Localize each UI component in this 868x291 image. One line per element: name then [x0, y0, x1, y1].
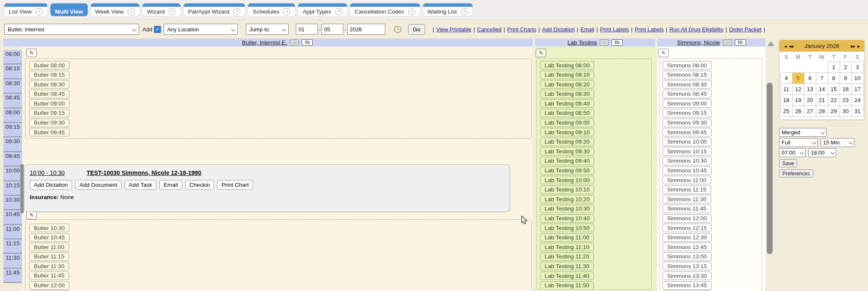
provider-column-link[interactable]: Lab Testing: [568, 39, 597, 46]
calendar-day-21[interactable]: 21: [816, 95, 828, 106]
open-in-new-icon[interactable]: ↗: [283, 8, 290, 15]
toolbar-link[interactable]: Cancelled: [477, 26, 502, 33]
toolbar-link[interactable]: Email: [580, 26, 594, 33]
open-slot-button[interactable]: Butler 11:00: [29, 243, 69, 251]
open-slot-button[interactable]: Simmons 10:30: [662, 157, 712, 165]
calendar-day-4[interactable]: 4: [780, 73, 792, 84]
open-slot-button[interactable]: Lab Testing 11:10: [540, 243, 594, 251]
open-slot-button[interactable]: Simmons 11:15: [662, 186, 711, 194]
open-slot-button[interactable]: Lab Testing 10:10: [540, 186, 594, 194]
open-slot-button[interactable]: Simmons 11:30: [662, 195, 711, 203]
open-slot-button[interactable]: Simmons 13:15: [662, 262, 712, 270]
calendar-day-26[interactable]: 26: [792, 106, 804, 117]
add-checkbox[interactable]: ✓: [154, 26, 161, 33]
appointment-action-button[interactable]: Add Document: [75, 180, 121, 190]
open-slot-button[interactable]: Lab Testing 10:20: [540, 195, 594, 203]
calendar-prev-month-icon[interactable]: ◂◂: [789, 43, 793, 49]
calendar-day-28[interactable]: 28: [816, 106, 828, 117]
date-month-input[interactable]: [296, 24, 318, 35]
open-slot-button[interactable]: Simmons 09:15: [662, 109, 712, 117]
open-slot-button[interactable]: Simmons 13:30: [662, 272, 712, 280]
open-slot-button[interactable]: Lab Testing 09:50: [540, 166, 594, 175]
open-slot-button[interactable]: Butler 08:00: [29, 61, 70, 69]
open-slot-button[interactable]: Simmons 10:45: [662, 166, 712, 175]
open-slot-button[interactable]: Simmons 09:00: [662, 99, 712, 108]
open-slot-button[interactable]: Simmons 12:45: [662, 243, 712, 251]
calendar-day-30[interactable]: 30: [840, 106, 851, 117]
size-select[interactable]: Full: [779, 138, 818, 147]
toolbar-link[interactable]: Print Labels: [634, 26, 664, 33]
fb-button[interactable]: f/b: [302, 39, 313, 46]
calendar-day-17[interactable]: 17: [851, 84, 863, 95]
open-slot-button[interactable]: Simmons 10:15: [662, 147, 712, 155]
start-time-select[interactable]: 07:00: [779, 148, 806, 157]
open-slot-button[interactable]: Lab Testing 11:50: [540, 281, 594, 290]
calendar-day-19[interactable]: 19: [792, 95, 804, 106]
appointment-action-button[interactable]: Checkin: [185, 180, 214, 190]
open-slot-button[interactable]: Lab Testing 08:20: [540, 80, 594, 89]
open-in-new-icon[interactable]: ↗: [169, 8, 176, 15]
open-slot-button[interactable]: Butler 12:00: [29, 281, 70, 290]
open-slot-button[interactable]: Butler 09:30: [29, 119, 70, 127]
date-year-input[interactable]: [347, 24, 385, 35]
open-slot-button[interactable]: Simmons 08:30: [662, 80, 712, 89]
open-slot-button[interactable]: Lab Testing 10:00: [540, 176, 594, 184]
tab-appt-types[interactable]: Appt Types↗: [298, 3, 347, 16]
edit-schedule-button[interactable]: ✎: [536, 49, 546, 57]
toolbar-link[interactable]: View Printable: [436, 26, 471, 33]
interval-select[interactable]: 15 Min.: [821, 138, 854, 147]
appointment-action-button[interactable]: Email: [159, 180, 182, 190]
open-in-new-icon[interactable]: ↗: [408, 8, 415, 15]
appointment-patient-link[interactable]: TEST-10030 Simmons, Nicole 12-18-1990: [86, 169, 201, 176]
calendar-day-1[interactable]: 1: [828, 62, 840, 73]
open-slot-button[interactable]: Simmons 08:45: [662, 90, 712, 98]
open-slot-button[interactable]: Simmons 09:30: [662, 119, 712, 127]
tab-pat-appt-wizard[interactable]: Pat/Appt Wizard↗: [184, 3, 245, 16]
calendar-day-20[interactable]: 20: [804, 95, 816, 106]
calendar-next-day-icon[interactable]: ▸: [857, 43, 860, 49]
date-day-input[interactable]: [321, 24, 343, 35]
calendar-day-18[interactable]: 18: [780, 95, 792, 106]
open-slot-button[interactable]: Simmons 13:00: [662, 252, 712, 261]
calendar-day-22[interactable]: 22: [828, 95, 840, 106]
open-slot-button[interactable]: Simmons 11:45: [662, 205, 711, 213]
calendar-day-9[interactable]: 9: [840, 73, 851, 84]
collapse-column-button[interactable]: [290, 39, 299, 46]
open-slot-button[interactable]: Lab Testing 11:20: [540, 252, 594, 261]
open-slot-button[interactable]: Lab Testing 08:40: [540, 99, 594, 108]
calendar-day-2[interactable]: 2: [840, 62, 851, 73]
open-slot-button[interactable]: Lab Testing 11:00: [540, 233, 594, 242]
open-slot-button[interactable]: Lab Testing 08:00: [540, 61, 594, 69]
edit-schedule-button[interactable]: ✎: [26, 49, 37, 57]
calendar-next-month-icon[interactable]: ▸▸: [851, 43, 855, 49]
open-slot-button[interactable]: Lab Testing 08:30: [540, 90, 594, 98]
collapse-column-button[interactable]: [723, 39, 732, 46]
open-in-new-icon[interactable]: ↗: [461, 8, 468, 15]
edit-schedule-button[interactable]: ✎: [26, 211, 37, 219]
open-in-new-icon[interactable]: ↗: [233, 8, 240, 15]
tab-cancellation-codes[interactable]: Cancellation Codes↗: [350, 3, 420, 16]
calendar-day-27[interactable]: 27: [804, 106, 816, 117]
open-slot-button[interactable]: Lab Testing 08:10: [540, 71, 594, 79]
open-slot-button[interactable]: Simmons 12:30: [662, 233, 712, 242]
open-slot-button[interactable]: Lab Testing 09:20: [540, 138, 594, 146]
calendar-day-3[interactable]: 3: [851, 62, 863, 73]
appointment-action-button[interactable]: Add Task: [125, 180, 156, 190]
toolbar-link[interactable]: Run All Drug Eligibility: [669, 26, 723, 33]
open-slot-button[interactable]: Lab Testing 10:40: [540, 214, 594, 223]
calendar-day-8[interactable]: 8: [828, 73, 840, 84]
calendar-day-16[interactable]: 16: [840, 84, 851, 95]
open-slot-button[interactable]: Simmons 12:00: [662, 214, 712, 223]
open-slot-button[interactable]: Butler 09:00: [29, 99, 70, 108]
open-slot-button[interactable]: Simmons 09:45: [662, 128, 712, 136]
toolbar-link[interactable]: Print Labels: [600, 26, 629, 33]
calendar-day-7[interactable]: 7: [816, 73, 828, 84]
appointment-action-button[interactable]: Print Chart: [217, 180, 253, 190]
calendar-prev-day-icon[interactable]: ◂: [784, 43, 786, 49]
location-select[interactable]: Any Location: [164, 24, 238, 35]
scrollbar-thumb[interactable]: [767, 83, 773, 254]
provider-column-link[interactable]: Simmons, Nicole: [677, 39, 720, 46]
calendar-day-13[interactable]: 13: [804, 84, 816, 95]
appointment-action-button[interactable]: Add Dictation: [30, 180, 72, 190]
open-slot-button[interactable]: Lab Testing 11:40: [540, 272, 594, 280]
